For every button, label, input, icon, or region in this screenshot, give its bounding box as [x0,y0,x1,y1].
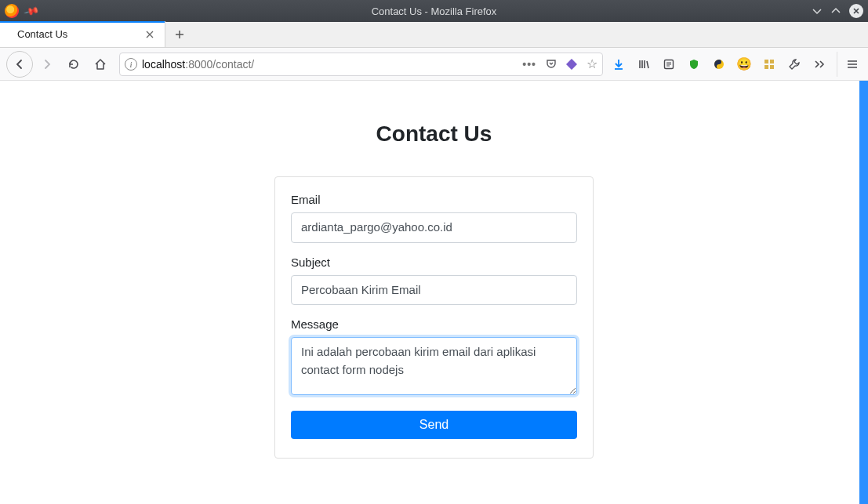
subject-label: Subject [291,256,577,269]
forward-button[interactable] [35,52,60,77]
pocket-icon[interactable] [546,59,557,70]
devtools-icon[interactable] [786,56,802,72]
window-maximize-button[interactable] [830,5,841,16]
downloads-icon[interactable] [611,56,626,72]
overflow-chevrons-icon[interactable] [812,56,827,72]
window-title: Contact Us - Mozilla Firefox [0,5,868,17]
page-actions-icon[interactable]: ••• [522,58,536,71]
extension-yin-yang-icon[interactable] [711,56,727,72]
back-button[interactable] [6,51,33,78]
tab-close-button[interactable] [143,27,157,42]
svg-rect-4 [770,60,774,63]
page-viewport: Contact Us Email Subject Message Send [0,81,868,504]
grid-extension-icon[interactable] [761,56,777,72]
url-path: :8000/contact/ [185,58,254,71]
library-icon[interactable] [636,56,652,72]
container-icon[interactable] [566,59,577,70]
message-field[interactable] [291,337,577,395]
tab-strip: Contact Us [0,22,868,48]
active-tab-indicator [0,21,165,23]
firefox-logo-icon [5,4,19,18]
reload-button[interactable] [61,52,86,77]
site-info-icon[interactable]: i [125,58,137,71]
message-label: Message [291,317,577,331]
email-field[interactable] [291,212,577,243]
pin-icon[interactable]: 📌 [23,3,39,20]
window-close-button[interactable] [849,4,863,18]
vertical-scrollbar-thumb[interactable] [859,81,868,504]
url-host: localhost [142,58,185,71]
svg-rect-6 [770,65,774,69]
page-content: Contact Us Email Subject Message Send [0,81,868,459]
emoji-extension-icon[interactable]: 😀 [736,56,752,72]
email-label: Email [291,193,577,206]
window-title-bar: 📌 Contact Us - Mozilla Firefox [0,0,868,22]
send-button[interactable]: Send [291,411,577,439]
tab-label: Contact Us [17,28,67,40]
navigation-toolbar: i localhost:8000/contact/ ••• ☆ [0,48,868,81]
contact-form-card: Email Subject Message Send [274,176,594,459]
vertical-scrollbar-track[interactable] [859,81,868,504]
bookmark-star-icon[interactable]: ☆ [587,56,597,71]
tab-contact-us[interactable]: Contact Us [0,21,165,47]
window-minimize-button[interactable] [812,5,823,16]
new-tab-button[interactable] [165,21,194,47]
url-text: localhost:8000/contact/ [142,58,254,71]
svg-rect-3 [764,60,768,63]
svg-rect-5 [764,65,768,69]
app-menu-button[interactable] [837,52,862,77]
page-heading: Contact Us [0,121,868,147]
url-bar[interactable]: i localhost:8000/contact/ ••• ☆ [119,53,603,76]
reader-view-icon[interactable] [661,56,677,72]
toolbar-extensions: 😀 [609,56,830,72]
subject-field[interactable] [291,275,577,306]
svg-rect-0 [566,59,577,70]
ublock-icon[interactable] [686,56,702,72]
home-button[interactable] [88,52,113,77]
